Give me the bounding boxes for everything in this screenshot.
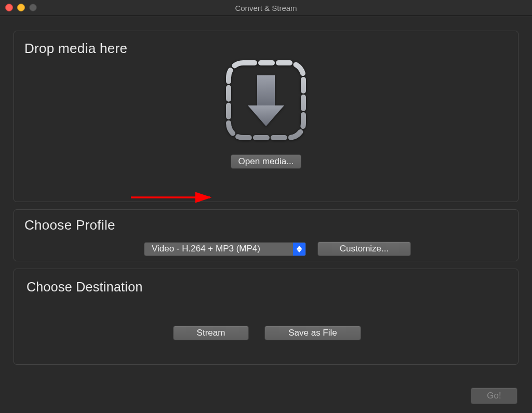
svg-marker-2 (248, 105, 284, 126)
svg-rect-1 (257, 75, 275, 106)
drop-media-panel: Drop media here (14, 31, 518, 202)
open-media-button-label: Open media... (238, 156, 294, 167)
minimize-window-button[interactable] (17, 4, 25, 11)
maximize-window-button[interactable] (29, 4, 37, 11)
profile-select-value: Video - H.264 + MP3 (MP4) (152, 244, 260, 254)
profile-select[interactable]: Video - H.264 + MP3 (MP4) (144, 242, 306, 256)
drop-arrow-icon (219, 54, 313, 149)
customize-profile-button[interactable]: Customize... (317, 242, 411, 256)
stream-button-label: Stream (197, 328, 225, 338)
choose-profile-heading: Choose Profile (24, 217, 508, 233)
open-media-button[interactable]: Open media... (231, 154, 302, 169)
close-window-button[interactable] (5, 4, 13, 11)
choose-profile-panel: Choose Profile Video - H.264 + MP3 (MP4)… (14, 209, 518, 261)
choose-destination-heading: Choose Destination (26, 279, 508, 295)
save-as-file-button[interactable]: Save as File (264, 326, 361, 340)
go-button[interactable]: Go! (471, 388, 517, 404)
window-content: Drop media here (0, 16, 532, 413)
customize-button-label: Customize... (340, 244, 389, 254)
updown-arrows-icon (293, 243, 305, 256)
go-button-label: Go! (487, 391, 501, 401)
choose-destination-panel: Choose Destination Stream Save as File (14, 269, 518, 365)
window-titlebar: Convert & Stream (0, 0, 532, 16)
window-title: Convert & Stream (235, 4, 297, 12)
stream-button[interactable]: Stream (173, 326, 249, 340)
traffic-lights (5, 4, 37, 11)
drop-zone[interactable] (24, 57, 508, 149)
save-as-file-button-label: Save as File (288, 328, 337, 338)
